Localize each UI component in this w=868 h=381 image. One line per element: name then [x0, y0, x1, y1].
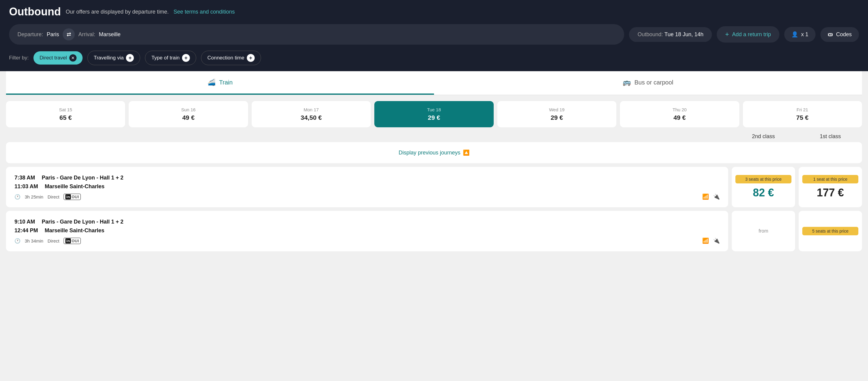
- inoui-badge-2: inOUI: [64, 238, 81, 244]
- codes-button[interactable]: 🎟 Codes: [820, 27, 859, 42]
- outbound-date-label: Outbound:: [638, 31, 663, 37]
- journey-2-info[interactable]: 9:10 AM Paris - Gare De Lyon - Hall 1 + …: [6, 211, 728, 251]
- departure-arrival-segment[interactable]: Departure: Paris ⇄ Arrival: Marseille: [9, 24, 624, 45]
- first-class-header: 1st class: [799, 133, 862, 140]
- connection-time-plus-icon[interactable]: +: [247, 54, 255, 62]
- type-of-train-label: Type of train: [151, 55, 180, 61]
- travelling-via-plus-icon[interactable]: +: [126, 54, 134, 62]
- journey-1-second-class[interactable]: 3 seats at this price 82 €: [732, 167, 795, 207]
- date-sun-16[interactable]: Sun 16 49 €: [129, 101, 248, 127]
- journey-2-arr-station: Marseille Saint-Charles: [44, 228, 104, 233]
- date-thu-20[interactable]: Thu 20 49 €: [620, 101, 739, 127]
- journey-1-meta: 🕐 3h 25min Direct inOUI 📶 🔌: [14, 193, 720, 200]
- plug-icon-1: 🔌: [713, 193, 720, 200]
- date-tue-18-price: 29 €: [378, 114, 490, 121]
- journey-1-arr-station: Marseille Saint-Charles: [45, 183, 104, 189]
- date-wed-19-label: Wed 19: [501, 107, 613, 112]
- date-sat-15-label: Sat 15: [10, 107, 121, 112]
- departure-label: Departure:: [18, 31, 43, 38]
- date-mon-17-price: 34,50 €: [255, 114, 367, 121]
- journey-1-arr-time: 11:03 AM: [14, 183, 38, 189]
- person-icon: 👤: [792, 31, 798, 38]
- journey-1-first-class[interactable]: 1 seat at this price 177 €: [799, 167, 862, 207]
- remove-direct-travel-button[interactable]: ✕: [69, 54, 76, 62]
- journey-2-amenities: 📶 🔌: [702, 237, 720, 244]
- header-subtitle: Our offers are displayed by departure ti…: [66, 9, 169, 15]
- travelling-via-filter[interactable]: Travelling via +: [87, 51, 141, 65]
- date-fri-21[interactable]: Fri 21 75 €: [743, 101, 862, 127]
- type-of-train-filter[interactable]: Type of train +: [145, 51, 196, 65]
- journey-2-first-seats-badge: 5 seats at this price: [802, 227, 858, 235]
- search-bar: Departure: Paris ⇄ Arrival: Marseille Ou…: [9, 24, 859, 45]
- date-sun-16-label: Sun 16: [132, 107, 244, 112]
- journey-2-first-class[interactable]: 5 seats at this price: [799, 211, 862, 251]
- header-top: Outbound Our offers are displayed by dep…: [9, 5, 859, 18]
- connection-time-filter[interactable]: Connection time +: [201, 51, 261, 65]
- journey-1-dep: 7:38 AM Paris - Gare De Lyon - Hall 1 + …: [14, 174, 720, 181]
- date-sat-15[interactable]: Sat 15 65 €: [6, 101, 125, 127]
- type-of-train-plus-icon[interactable]: +: [182, 54, 190, 62]
- main-content: 🚄 Train 🚌 Bus or carpool Sat 15 65 € Sun…: [0, 71, 868, 251]
- journey-1-second-seats-badge: 3 seats at this price: [735, 175, 792, 183]
- journey-row-2: 9:10 AM Paris - Gare De Lyon - Hall 1 + …: [6, 211, 862, 251]
- clock-icon-2: 🕐: [14, 238, 21, 244]
- journey-2-dep: 9:10 AM Paris - Gare De Lyon - Hall 1 + …: [14, 218, 720, 225]
- journey-2-arr: 12:44 PM Marseille Saint-Charles: [14, 227, 720, 234]
- date-carousel: Sat 15 65 € Sun 16 49 € Mon 17 34,50 € T…: [6, 95, 862, 133]
- bus-icon: 🚌: [623, 79, 631, 86]
- journey-2-dep-time: 9:10 AM: [14, 219, 35, 225]
- header: Outbound Our offers are displayed by dep…: [0, 0, 868, 71]
- second-class-header: 2nd class: [732, 133, 795, 140]
- direct-travel-filter[interactable]: Direct travel ✕: [33, 51, 83, 64]
- journey-2-duration: 3h 34min: [25, 238, 43, 243]
- outbound-date-value: Tue 18 Jun, 14h: [664, 31, 704, 37]
- date-mon-17[interactable]: Mon 17 34,50 €: [252, 101, 371, 127]
- wifi-icon-2: 📶: [702, 237, 709, 244]
- journey-1-duration: 3h 25min: [25, 194, 43, 199]
- date-wed-19-price: 29 €: [501, 114, 613, 121]
- journey-1-dep-time: 7:38 AM: [14, 175, 35, 181]
- wifi-icon-1: 📶: [702, 193, 709, 200]
- codes-icon: 🎟: [828, 31, 833, 38]
- chevron-up-icon: 🔼: [463, 149, 470, 156]
- date-tue-18[interactable]: Tue 18 29 €: [374, 101, 493, 127]
- terms-link[interactable]: See terms and conditions: [174, 9, 235, 15]
- journey-1-arr: 11:03 AM Marseille Saint-Charles: [14, 183, 720, 190]
- outbound-date-segment[interactable]: Outbound: Tue 18 Jun, 14h: [629, 27, 712, 42]
- journey-1-second-price: 82 €: [753, 186, 774, 199]
- tab-train[interactable]: 🚄 Train: [6, 71, 434, 95]
- clock-icon-1: 🕐: [14, 194, 21, 200]
- date-fri-21-label: Fri 21: [747, 107, 858, 112]
- display-previous-button[interactable]: Display previous journeys 🔼: [6, 142, 862, 163]
- display-previous-label: Display previous journeys: [398, 150, 460, 156]
- train-icon: 🚄: [207, 79, 216, 86]
- direct-travel-label: Direct travel: [39, 55, 67, 61]
- swap-button[interactable]: ⇄: [63, 28, 75, 40]
- add-return-button[interactable]: + Add a return trip: [717, 26, 779, 42]
- journey-2-meta: 🕐 3h 34min Direct inOUI 📶 🔌: [14, 237, 720, 244]
- journey-2-second-class[interactable]: from: [732, 211, 795, 251]
- date-fri-21-price: 75 €: [747, 114, 858, 121]
- filter-bar: Filter by: Direct travel ✕ Travelling vi…: [9, 51, 859, 71]
- tab-train-label: Train: [219, 79, 233, 86]
- page-title: Outbound: [9, 5, 61, 18]
- journey-1-amenities: 📶 🔌: [702, 193, 720, 200]
- class-headers-row: 2nd class 1st class: [6, 133, 862, 142]
- passengers-button[interactable]: 👤 x 1: [784, 27, 815, 42]
- transport-tabs: 🚄 Train 🚌 Bus or carpool: [6, 71, 862, 95]
- journey-1-type: Direct: [48, 194, 59, 199]
- arrival-value: Marseille: [99, 31, 121, 38]
- journey-1-info[interactable]: 7:38 AM Paris - Gare De Lyon - Hall 1 + …: [6, 167, 728, 207]
- journey-1-first-price: 177 €: [817, 186, 844, 199]
- date-thu-20-price: 49 €: [624, 114, 735, 121]
- passengers-count: x 1: [801, 31, 808, 38]
- travelling-via-label: Travelling via: [94, 55, 124, 61]
- journey-2-dep-station: Paris - Gare De Lyon - Hall 1 + 2: [42, 219, 124, 225]
- add-return-label: Add a return trip: [732, 31, 771, 38]
- tab-bus-carpool[interactable]: 🚌 Bus or carpool: [434, 71, 862, 95]
- date-tue-18-label: Tue 18: [378, 107, 490, 112]
- date-wed-19[interactable]: Wed 19 29 €: [497, 101, 616, 127]
- filter-label: Filter by:: [9, 55, 29, 61]
- arrival-label: Arrival:: [79, 31, 95, 38]
- connection-time-label: Connection time: [207, 55, 244, 61]
